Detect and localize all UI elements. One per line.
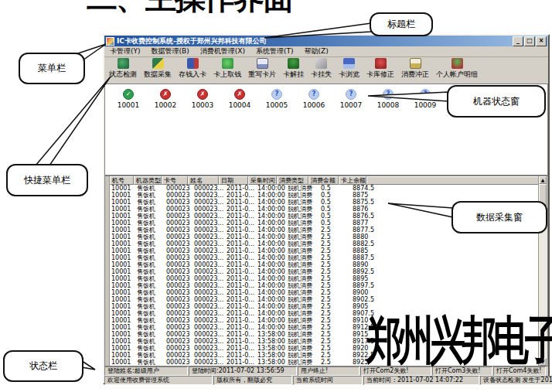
toolbar-button[interactable]: 重写卡片 [248,58,276,80]
table-cell: 000023 [165,303,193,310]
table-cell: 2.5 [319,345,351,352]
table-cell: 售饭机 [135,303,165,310]
column-header[interactable]: 姓名 [188,176,219,185]
table-cell: 8877.5 [351,227,380,233]
table-cell: 2.5 [319,254,351,261]
status-cell: 欢迎使用收费管理系统 [104,376,213,385]
table-cell: 0.5 [319,199,351,206]
table-row[interactable]: 10001售饭机000023000023...2011-0...14:00:00… [110,268,539,275]
column-header[interactable]: 消费类型 [277,176,308,185]
menu-item[interactable]: 卡管理(Y) [104,46,146,56]
scroll-up-arrow-icon[interactable]: ▲ [539,176,547,184]
minimize-button[interactable]: _ [513,36,523,46]
column-header[interactable]: 消费金额 [308,176,339,185]
callout-menu-bar: 菜单栏 [19,53,85,84]
table-cell: 10001 [110,240,135,247]
machine-status-item[interactable]: ✗10004 [221,89,258,109]
close-button[interactable]: × [536,36,547,46]
table-cell: 10001 [110,296,135,303]
table-row[interactable]: 10001售饭机000023000023...2011-0...14:00:00… [110,261,539,268]
table-cell: 8876.5 [351,213,380,220]
table-cell: 14:00:00 [256,213,286,220]
table-cell: 14:00:00 [256,199,286,206]
status-cell: 登陆时间:2011-07-02 13:56:59 [189,366,297,376]
machine-status-item[interactable]: ?10008 [370,89,407,109]
table-cell: 8887.5 [351,254,380,261]
toolbar-button[interactable]: 卡浏览 [339,58,359,80]
table-cell: 000023 [165,206,193,213]
table-cell: 000023... [193,331,225,338]
machine-status-item[interactable]: ?10005 [258,89,295,109]
title-bar[interactable]: IC卡收费控制系统-授权于郑州兴邦科技有限公司 _ □ × [104,36,548,46]
toolbar-button-label: 消费冲正 [401,70,429,80]
table-row[interactable]: 10001售饭机000023000023...2011-0...14:00:00… [110,233,539,240]
table-cell: 14:00:00 [256,275,286,282]
status-cell: 当前时间：2011-07-02 14:07:22 [363,376,479,385]
table-row[interactable]: 10001售饭机000023000023...2011-0...14:00:00… [110,185,539,192]
column-header[interactable]: 卡号 [162,176,188,185]
machine-id: 10007 [340,101,363,109]
table-cell: 10001 [110,233,135,240]
table-cell: 14:00:00 [256,324,286,331]
table-cell: 8885 [351,247,380,254]
machine-status-item[interactable]: ?10007 [332,89,370,109]
toolbar-button[interactable]: 卡挂失 [311,58,332,80]
table-row[interactable]: 10001售饭机000023000023...2011-0...14:00:00… [110,282,539,289]
table-cell: 000023 [165,185,193,192]
table-cell: 13:58:00 [256,338,286,345]
table-cell: 8890 [351,261,380,268]
machine-status-item[interactable]: ?10006 [295,89,332,109]
toolbar-button[interactable]: 状态检测 [109,58,137,80]
callout-quick-menu-bar: 快捷菜单栏 [6,164,88,196]
table-row[interactable]: 10001售饭机000023000023...2011-0...14:00:00… [110,296,539,303]
table-row[interactable]: 10001售饭机000023000023...2011-0...14:00:00… [110,254,539,261]
toolbar-button[interactable]: 消费冲正 [401,58,429,80]
toolbar-button[interactable]: 卡库修正 [366,58,394,80]
machine-status-item[interactable]: ✗10002 [147,89,184,109]
column-header[interactable]: 日期 [219,176,248,185]
column-header[interactable]: 采集时间 [248,176,277,185]
table-cell: 10001 [110,213,135,220]
table-cell: 2011-0... [225,192,256,199]
toolbar-button[interactable]: 卡上取钱 [213,58,241,80]
toolbar-button-label: 卡上取钱 [213,70,241,80]
table-row[interactable]: 10001售饭机000023000023...2011-0...14:00:00… [110,247,539,254]
table-row[interactable]: 10001售饭机000023000023...2011-0...14:00:00… [110,192,539,199]
menu-item[interactable]: 帮助(Z) [298,46,333,56]
table-cell: 10001 [110,185,135,192]
menu-item[interactable]: 消费机管理(X) [195,46,250,56]
toolbar-button[interactable]: 存钱入卡 [179,58,206,80]
table-cell: 14:00:00 [256,268,286,275]
menu-item[interactable]: 系统管理(T) [250,46,299,56]
table-cell: 14:00:00 [256,192,286,199]
table-cell: 2011-0... [225,206,256,213]
table-cell: 脱机消费 [286,317,319,324]
toolbar-button[interactable]: 个人帐户明细 [436,58,478,80]
table-cell: 10001 [110,275,135,282]
table-cell: 10001 [110,289,135,296]
machine-status-item[interactable]: ✓10001 [110,89,147,109]
card-report-loss-icon [315,58,327,69]
machine-status-item[interactable]: ✗10003 [184,89,221,109]
table-cell: 8897.5 [351,282,380,289]
maximize-button[interactable]: □ [524,36,535,46]
card-unfreeze-icon [288,58,299,69]
column-header[interactable]: 机器类型 [134,176,162,185]
table-row[interactable]: 10001售饭机000023000023...2011-0...14:00:00… [110,289,539,296]
toolbar-button[interactable]: 卡解挂 [283,58,304,80]
table-cell: 10001 [110,310,135,317]
toolbar-button[interactable]: 数据采集 [144,58,172,80]
table-cell: 000023 [165,233,193,240]
table-cell: 脱机消费 [286,345,319,352]
table-cell: 000023... [193,317,225,324]
table-cell: 000023... [193,352,225,359]
column-header[interactable]: 机号 [110,176,134,185]
table-row[interactable]: 10001售饭机000023000023...2011-0...14:00:00… [110,240,539,247]
table-row[interactable]: 10001售饭机000023000023...2011-0...14:00:00… [110,275,539,282]
machine-status-item[interactable]: ?10009 [407,89,444,109]
column-header[interactable]: 卡上余额 [339,176,366,185]
menu-item[interactable]: 数据管理(B) [146,46,195,56]
table-cell: 脱机消费 [286,331,319,338]
table-cell: 000023 [165,282,193,289]
table-cell: 2.5 [319,240,351,247]
